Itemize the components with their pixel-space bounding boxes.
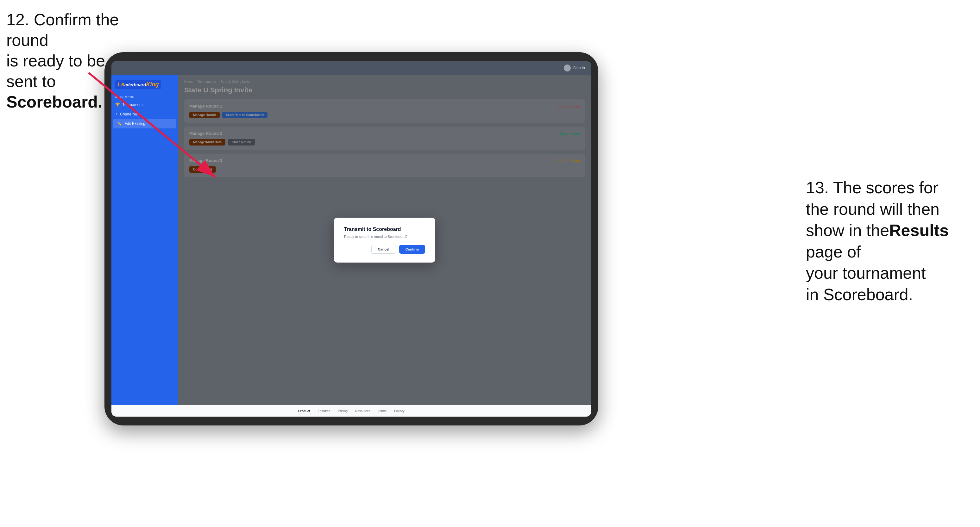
user-avatar — [564, 65, 571, 71]
footer-link-privacy[interactable]: Privacy — [394, 410, 404, 413]
edit-icon: ✏️ — [117, 121, 122, 126]
instruction-right-line6: in Scoreboard. — [806, 285, 913, 304]
transmit-modal: Transmit to Scoreboard Ready to send thi… — [334, 217, 435, 263]
instruction-right-line3: show in the — [806, 221, 889, 240]
main-area: Le aderboard King MAIN MENU 🏆 Tournament… — [111, 75, 591, 405]
instruction-line3: Scoreboard. — [6, 93, 102, 111]
top-bar-user: Sign In — [564, 65, 585, 71]
footer-link-pricing[interactable]: Pricing — [338, 410, 348, 413]
logo-king: King — [146, 81, 159, 88]
trophy-icon: 🏆 — [115, 103, 120, 107]
footer-link-terms[interactable]: Terms — [378, 410, 387, 413]
footer-link-product[interactable]: Product — [298, 410, 310, 413]
sidebar-item-create-new[interactable]: + Create New — [111, 110, 178, 119]
logo-box: Le aderboard King — [115, 80, 161, 89]
cancel-button[interactable]: Cancel — [371, 245, 396, 254]
instruction-right-line2: the round will then — [806, 200, 939, 218]
logo-le: Le — [118, 81, 124, 88]
instruction-right-line4: page of — [806, 243, 861, 261]
tablet-device: Sign In Le aderboard King MAIN MENU 🏆 To… — [105, 52, 598, 425]
plus-icon: + — [115, 112, 118, 116]
edit-existing-label: Edit Existing — [124, 121, 145, 126]
instruction-right-line5: your tournament — [806, 264, 926, 282]
sidebar-logo: Le aderboard King — [111, 75, 178, 92]
sidebar-item-edit-existing[interactable]: ✏️ Edit Existing — [113, 119, 176, 129]
instruction-right-line1: 13. The scores for — [806, 178, 938, 197]
logo-aderboard: aderboard — [124, 82, 146, 87]
instruction-line2: is ready to be sent to — [6, 52, 105, 90]
modal-actions: Cancel Confirm — [344, 245, 425, 254]
top-bar: Sign In — [111, 61, 591, 75]
modal-overlay: Transmit to Scoreboard Ready to send thi… — [178, 75, 591, 405]
sidebar-item-tournaments[interactable]: 🏆 Tournaments — [111, 100, 178, 110]
tablet-screen: Sign In Le aderboard King MAIN MENU 🏆 To… — [111, 61, 591, 417]
instruction-right-bold: Results — [889, 221, 949, 240]
modal-title: Transmit to Scoreboard — [344, 227, 425, 232]
modal-subtitle: Ready to send this round to Scoreboard? — [344, 235, 425, 238]
tournaments-label: Tournaments — [123, 103, 144, 107]
instruction-right: 13. The scores for the round will then s… — [806, 177, 970, 306]
create-new-label: Create New — [120, 112, 140, 116]
instruction-line1: 12. Confirm the round — [6, 10, 119, 49]
signin-label[interactable]: Sign In — [573, 66, 585, 70]
footer-link-features[interactable]: Features — [318, 410, 330, 413]
footer-link-resources[interactable]: Resources — [355, 410, 370, 413]
confirm-button[interactable]: Confirm — [399, 245, 425, 254]
sidebar: Le aderboard King MAIN MENU 🏆 Tournament… — [111, 75, 178, 405]
sidebar-menu-label: MAIN MENU — [111, 92, 178, 100]
page-content: Home › Tournaments › State U Spring Invi… — [178, 75, 591, 405]
footer: ProductFeaturesPricingResourcesTermsPriv… — [111, 405, 591, 417]
